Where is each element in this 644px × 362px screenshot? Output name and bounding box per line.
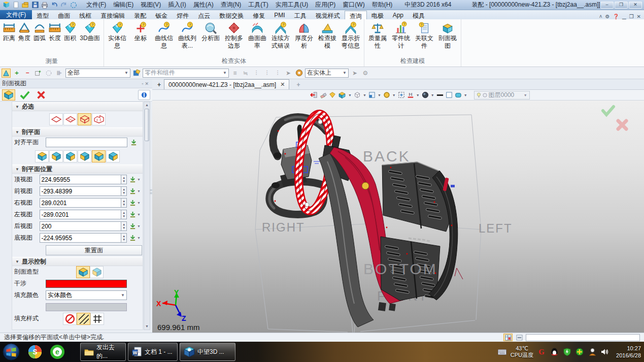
- zoom-fit-icon[interactable]: [397, 91, 405, 100]
- tab-point-cloud[interactable]: 点云: [193, 11, 215, 19]
- ribbon-button-associated-files[interactable]: 关联文件: [413, 20, 436, 51]
- lasso-icon[interactable]: [44, 69, 53, 78]
- minimize-button[interactable]: –: [600, 2, 614, 9]
- shield-icon[interactable]: [562, 347, 571, 356]
- menu-inquire[interactable]: 查询(N): [218, 0, 245, 10]
- document-tab[interactable]: 00000000new-421.Z3 - [tbzj2aa__.asm] ✕: [164, 79, 289, 89]
- panel-scrollbar[interactable]: ▲ ▼: [144, 102, 150, 330]
- menu-applications[interactable]: 应用(P): [312, 0, 338, 10]
- section-trim-icon[interactable]: [63, 113, 77, 125]
- exit-section-icon[interactable]: [310, 91, 318, 100]
- save-icon[interactable]: [31, 1, 39, 9]
- shaded-cube-icon[interactable]: [454, 91, 462, 100]
- tab-wireframe[interactable]: 线框: [75, 11, 96, 19]
- ribbon-button-draft-check[interactable]: 检查拔模: [316, 20, 339, 51]
- section-display[interactable]: ▼显示控制: [12, 257, 143, 266]
- shape-solid-icon[interactable]: [76, 266, 90, 278]
- redo-icon[interactable]: [60, 1, 68, 9]
- sogou-input-icon[interactable]: G: [537, 347, 546, 356]
- restore-button[interactable]: ❐: [615, 2, 628, 9]
- fill-color-select[interactable]: 实体颜色▼: [46, 290, 127, 300]
- section-box-icon[interactable]: [78, 113, 91, 125]
- viewport-3d[interactable]: BACK RIGHT LEFT FRONT: [152, 101, 644, 333]
- menu-attributes[interactable]: 属性(A): [190, 0, 217, 10]
- back-view-input[interactable]: [40, 221, 121, 231]
- tab-assembly[interactable]: 装配: [129, 11, 151, 19]
- ribbon-button-thickness-analysis[interactable]: 厚度分析: [292, 20, 316, 51]
- bottom-view-spinner[interactable]: ▲▼: [121, 233, 127, 243]
- menu-file[interactable]: 文件(F): [83, 0, 109, 10]
- left-view-spinner[interactable]: ▲▼: [121, 210, 127, 219]
- undo-icon[interactable]: [50, 1, 58, 9]
- left-view-input[interactable]: [40, 210, 121, 219]
- fill-none-icon[interactable]: [63, 313, 77, 325]
- tab-mold[interactable]: 模具: [408, 11, 429, 19]
- menu-window[interactable]: 窗口(W): [340, 0, 367, 10]
- settings-gear-icon[interactable]: ⚙: [605, 14, 609, 19]
- menu-edit[interactable]: 编辑(E): [110, 0, 137, 10]
- ribbon-file-button[interactable]: 文件(F): [0, 10, 32, 19]
- doc-minimize-icon[interactable]: ▁: [622, 14, 626, 19]
- tab-sheet-metal[interactable]: 钣金: [151, 11, 172, 19]
- interference-color-swatch[interactable]: [46, 280, 127, 288]
- ribbon-button-length[interactable]: 长度: [47, 20, 62, 43]
- h-style-icon[interactable]: H: [406, 91, 415, 100]
- plane-cube-2-icon[interactable]: [49, 150, 63, 162]
- scroll-thumb[interactable]: [145, 109, 149, 141]
- browser-360-icon[interactable]: e: [49, 343, 66, 360]
- ribbon-button-mass-properties[interactable]: 质量属性: [366, 20, 389, 51]
- ribbon-button-coordinate[interactable]: 坐标: [129, 20, 152, 43]
- command-input[interactable]: [526, 334, 640, 341]
- tab-app[interactable]: App: [388, 11, 408, 19]
- ribbon-button-part-statistics[interactable]: 零件统计: [389, 20, 413, 51]
- ribbon-button-arc[interactable]: 圆弧: [32, 20, 47, 43]
- right-view-input[interactable]: [40, 198, 121, 208]
- pick-filter-icon[interactable]: [2, 69, 11, 78]
- ribbon-button-3d-surface[interactable]: 3D曲面: [78, 20, 102, 43]
- menu-help[interactable]: 帮助(H): [369, 0, 396, 10]
- pick-last-icon[interactable]: ⊪: [55, 69, 64, 78]
- fill-crosshatch-icon[interactable]: [90, 313, 104, 325]
- tab-shape[interactable]: 造型: [32, 11, 53, 19]
- front-view-pick-icon[interactable]: [129, 187, 136, 196]
- plane-cube-3-icon[interactable]: [63, 150, 77, 162]
- section-required[interactable]: ▼必选: [12, 102, 143, 111]
- remove-selection-icon[interactable]: －: [23, 69, 32, 78]
- volume-icon[interactable]: [600, 347, 609, 356]
- ok-button[interactable]: [18, 89, 31, 101]
- snap-mode-icon[interactable]: [294, 69, 303, 78]
- doc-close-icon[interactable]: ✕: [637, 14, 641, 19]
- align-pick-icon[interactable]: [129, 138, 138, 147]
- pick-scope-select[interactable]: 在实体上▼: [305, 69, 349, 78]
- taskbar-button-folder[interactable]: 发出去的...: [80, 343, 126, 361]
- grid-toggle-icon[interactable]: [503, 334, 513, 341]
- add-selection-icon[interactable]: ＋: [12, 69, 21, 78]
- tab-weldment[interactable]: 焊件: [172, 11, 193, 19]
- tab-visualize[interactable]: 视觉样式: [311, 11, 345, 19]
- cpu-temperature[interactable]: 43℃ CPU温度: [511, 345, 533, 358]
- back-view-spinner[interactable]: ▲▼: [121, 221, 127, 231]
- menu-tools[interactable]: 工具(T): [245, 0, 271, 10]
- ground-plane-icon[interactable]: [436, 91, 444, 100]
- bottom-view-input[interactable]: [40, 233, 121, 243]
- filter-type-select[interactable]: 零件和组件▼: [143, 69, 229, 78]
- ribbon-button-bend-info[interactable]: 显示折弯信息: [339, 20, 362, 51]
- ribbon-button-distance[interactable]: 距离: [2, 20, 17, 43]
- prompt-toggle-icon[interactable]: [515, 334, 524, 341]
- menu-view[interactable]: 视图(V): [138, 0, 164, 10]
- menu-utilities[interactable]: 实用工具(U): [273, 0, 312, 10]
- top-view-input[interactable]: [40, 175, 121, 184]
- plane-cube-4-icon[interactable]: [78, 150, 91, 162]
- reset-face-button[interactable]: 重置面: [46, 245, 142, 255]
- tab-close-icon[interactable]: ✕: [280, 81, 285, 88]
- open-file-icon[interactable]: [21, 1, 29, 9]
- pin-ribbon-icon[interactable]: ˄: [599, 14, 602, 19]
- tab-prev-icon[interactable]: +: [152, 81, 164, 89]
- pick-region-icon[interactable]: [33, 69, 43, 78]
- left-view-pick-icon[interactable]: [129, 210, 136, 219]
- tab-pmi[interactable]: PMI: [269, 11, 289, 19]
- cancel-button[interactable]: [35, 89, 48, 101]
- front-view-spinner[interactable]: ▲▼: [121, 186, 127, 196]
- align-plane-input[interactable]: [46, 138, 127, 147]
- qq-icon[interactable]: [550, 347, 559, 356]
